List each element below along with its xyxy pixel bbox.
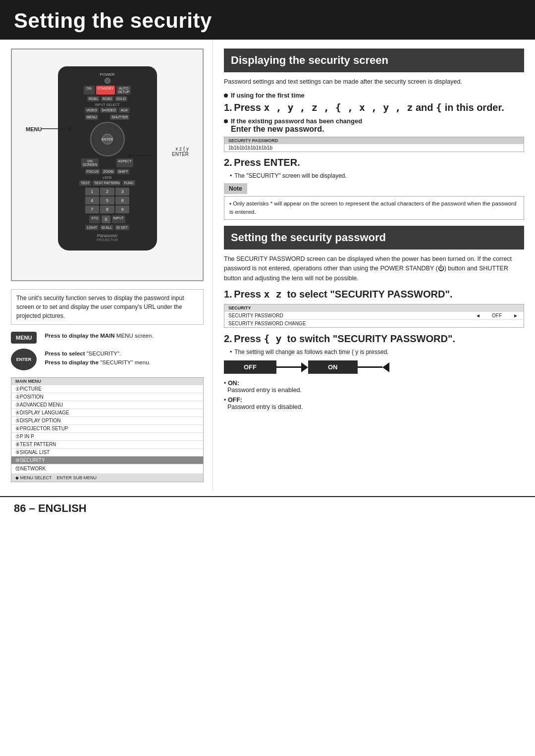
section1-heading: Displaying the security screen (231, 54, 388, 66)
remote-row-bottom: LIGHT ID ALL ID SET (63, 225, 152, 230)
sec-step2-sub: • The setting will change as follows eac… (230, 349, 524, 355)
security-password-change-row: SECURITY PASSWORD CHANGE (224, 320, 524, 327)
arrow-right (301, 362, 308, 372)
security-password-row: SECURITY PASSWORD ◄ OFF ► (224, 312, 524, 320)
sec-step1: 1. Press x z to select "SECURITY PASSWOR… (224, 288, 524, 300)
remote-row-lens: FOCUS ZOOM SHIFT (63, 169, 152, 174)
menu-select-label: ◆ MENU SELECT (15, 475, 52, 480)
zoom-btn: ZOOM (102, 169, 115, 174)
arrow-left-group (358, 362, 389, 372)
rgb1-btn: RGB1 (87, 96, 100, 101)
menu-item-pip: ⑦P IN P (11, 433, 203, 441)
menu-item-network: ⑪NETWORK (11, 464, 203, 474)
remote-row-menu-shutter: MENU SHUTTER (63, 114, 152, 120)
section2-body: The SECURITY PASSWORD screen can be disp… (224, 254, 524, 283)
menu-sub-label: ENTER SUB MENU (57, 475, 97, 480)
remote-illustration: MENU x z { y ENTER POWER ON (11, 49, 204, 281)
input-btn: INPUT (112, 215, 125, 223)
menu-item-projector: ⑥PROJECTOR SETUP (11, 425, 203, 433)
menu-desc-2: MENU screen. (116, 333, 154, 339)
enter-desc-1: Press to select (45, 351, 85, 356)
note-content: • Only asterisks * will appear on the sc… (224, 196, 524, 220)
security-change-label: SECURITY PASSWORD CHANGE (228, 321, 520, 326)
step2: 2. Press ENTER. (224, 157, 524, 168)
step2-num: 2. (224, 157, 232, 168)
enter-desc-2: "SECURITY". (87, 351, 121, 356)
bullet-dash: • (230, 172, 232, 179)
left-desc-text: The unit's security function serves to d… (16, 295, 184, 319)
num3: 3 (115, 188, 130, 196)
num7: 7 (85, 205, 100, 213)
toggle-line-2 (358, 366, 382, 368)
onscreen-btn: ONSCREEN (81, 158, 99, 167)
on-item: • ON: Password entry is enabled. (224, 380, 524, 394)
section2-heading: Setting the security password (231, 231, 386, 244)
menu-remote-btn: MENU (85, 114, 99, 120)
num5: 5 (100, 197, 114, 204)
svideo-btn: S•VIDEO (100, 107, 117, 113)
num0: 0 (102, 215, 110, 223)
enter-arrow (128, 151, 153, 160)
main-content: MENU x z { y ENTER POWER ON (0, 40, 535, 491)
menu-nav-desc: Press to display the MAIN MENU screen. (45, 332, 204, 341)
svg-marker-1 (69, 126, 71, 131)
testpattern-btn: TEST PATTERN (93, 180, 121, 186)
main-menu-header: MAIN MENU (11, 378, 203, 385)
menu-item-security: ⑩SECURITY (11, 456, 203, 464)
power-button (105, 78, 110, 84)
main-menu-screen: MAIN MENU ①PICTURE ②POSITION ③ADVANCED M… (11, 377, 204, 482)
note-label: Note (224, 183, 247, 194)
svg-marker-3 (128, 153, 131, 158)
bullet2-text: Enter the new password. (231, 125, 362, 134)
section1-body: Password settings and text settings can … (224, 77, 524, 87)
remote-row-rgb: RGB1 RGB2 DVI-D (63, 96, 152, 101)
num1: 1 (85, 188, 100, 196)
step2-text: Press ENTER. (234, 157, 300, 168)
toggle-line-1 (276, 366, 301, 368)
shutter-btn: SHUTTER (110, 114, 129, 120)
security-password-screen: SECURITY PASSWORD 1b1b1b1b1b1b1b1b (224, 137, 524, 152)
menu-item-advanced: ③ADVANCED MENU (11, 401, 203, 409)
lens-label: LENS (63, 176, 152, 179)
right-column: Displaying the security screen Password … (213, 40, 535, 491)
light-btn: LIGHT (85, 225, 99, 230)
on-off-section: • ON: Password entry is enabled. • OFF: … (224, 380, 524, 410)
arrow-left (382, 362, 389, 372)
security-screen-header: SECURITY (224, 304, 524, 312)
bullet1-dot (224, 94, 228, 98)
power-label: POWER (63, 72, 152, 77)
toggle-off-box: OFF (224, 360, 276, 374)
bullet-off: • (224, 397, 226, 403)
aux-btn: AUX (119, 107, 130, 113)
brand-logo: Panasonic (63, 233, 152, 238)
sec-step2-sub-text: The setting will change as follows each … (234, 349, 388, 355)
toggle-diagram: OFF ON (224, 360, 524, 374)
sec-step2: 2. Press { y to switch "SECURITY PASSWOR… (224, 333, 524, 345)
security-header-text: SECURITY (228, 305, 251, 310)
menu-item-language: ④DISPLAY LANGUAGE (11, 409, 203, 417)
bullet2-content: If the existing password has been change… (231, 117, 362, 134)
left-column: MENU x z { y ENTER POWER ON (0, 40, 213, 491)
step2-sub-text: The "SECURITY" screen will be displayed. (234, 172, 347, 179)
bullet2-dot (224, 119, 228, 123)
footer-text: 86 – ENGLISH (14, 502, 87, 514)
menu-item-position: ②POSITION (11, 393, 203, 401)
step1: 1. Press x , y , z , { , x , y , z and {… (224, 101, 524, 113)
auto-btn: AUTOSETUP (116, 86, 131, 95)
nav-diagram: MENU ENTER Press to display the MAIN MEN… (11, 332, 204, 370)
projector-label: PROJECTOR (63, 238, 152, 242)
sec-step2-num: 2. (224, 333, 232, 344)
nav-wheel: ENTER (90, 122, 125, 156)
menu-item-test: ⑧TEST PATTERN (11, 441, 203, 449)
remote-row-test: TEST TEST PATTERN FUNC (63, 180, 152, 186)
on-btn: ON (84, 86, 95, 95)
func-btn: FUNC (122, 180, 135, 186)
enter-desc-3: Press to display the (45, 359, 99, 365)
enter-nav-btn: ENTER (11, 349, 37, 370)
menu-footer: ◆ MENU SELECT ENTER SUB MENU (11, 474, 203, 482)
nav-descriptions: Press to display the MAIN MENU screen. P… (45, 332, 204, 367)
page-header: Setting the security (0, 0, 535, 40)
security-arrow-left: ◄ (474, 313, 482, 318)
bullet2: If the existing password has been change… (224, 117, 524, 134)
menu-desc-1: Press to display the MAIN (45, 333, 114, 339)
